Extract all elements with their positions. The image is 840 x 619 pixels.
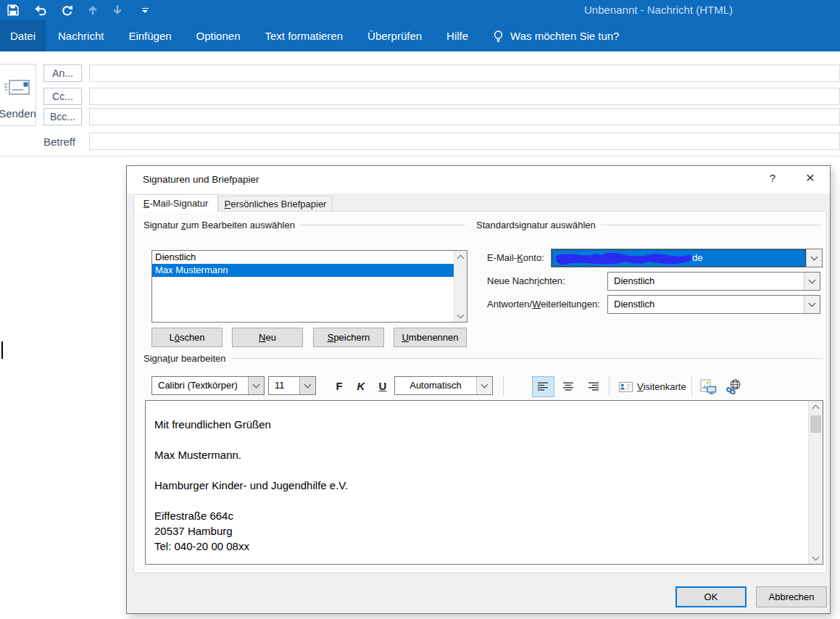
signature-list[interactable]: Dienstlich Max Mustermann [151, 250, 467, 323]
redo-icon[interactable] [59, 3, 74, 17]
signature-line: Eiffestraße 664c [154, 508, 805, 523]
bcc-field[interactable] [89, 108, 840, 125]
signature-line: Max Mustermann. [154, 447, 805, 462]
signature-line [154, 493, 805, 508]
chevron-down-icon[interactable] [299, 377, 315, 394]
font-size-select[interactable]: 11 [268, 376, 316, 395]
customize-quick-access-toolbar-icon[interactable] [138, 3, 152, 17]
send-label: Senden [0, 107, 36, 120]
cancel-button[interactable]: Abbrechen [756, 586, 827, 607]
font-color-select[interactable]: Automatisch [394, 376, 493, 395]
signature-line [154, 462, 805, 478]
replies-forwards-select[interactable]: Dienstlich [607, 295, 820, 314]
scroll-down-icon[interactable] [454, 310, 467, 322]
redaction-scribble [554, 251, 707, 267]
scroll-up-icon[interactable] [809, 401, 823, 413]
tab-optionen[interactable]: Optionen [184, 20, 253, 51]
help-button[interactable]: ? [763, 172, 782, 188]
scroll-down-icon[interactable] [809, 552, 823, 564]
signature-line: 20537 Hamburg [154, 523, 805, 539]
email-account-select[interactable]: de [551, 249, 823, 267]
dialog-title-bar[interactable]: Signaturen und Briefpapier ? × [127, 166, 830, 194]
font-color-value: Automatisch [395, 377, 476, 394]
align-left-icon[interactable] [532, 376, 554, 397]
bold-button[interactable]: F [330, 376, 349, 395]
edit-signature-section-label: Signatur bearbeiten [144, 353, 823, 364]
separator [609, 375, 610, 396]
underline-button[interactable]: U [373, 376, 392, 395]
new-button[interactable]: Neu [232, 328, 303, 347]
scrollbar-thumb[interactable] [810, 415, 821, 433]
tab-nachricht[interactable]: Nachricht [46, 20, 116, 51]
list-scrollbar[interactable] [454, 251, 467, 322]
editor-scrollbar[interactable] [808, 401, 823, 564]
chevron-down-icon[interactable] [806, 249, 822, 267]
list-item[interactable]: Dienstlich [152, 251, 454, 264]
tab-ueberpruefen[interactable]: Überprüfen [355, 20, 434, 51]
font-select[interactable]: Calibri (Textkörper) [151, 376, 265, 395]
ok-button[interactable]: OK [675, 586, 747, 607]
scroll-up-icon[interactable] [454, 251, 467, 263]
signature-line: Mit freundlichen Grüßen [154, 417, 805, 432]
insert-picture-icon[interactable] [697, 376, 719, 397]
chevron-down-icon[interactable] [804, 296, 820, 313]
chevron-down-icon[interactable] [804, 273, 820, 290]
text-caret [1, 341, 3, 359]
italic-button[interactable]: K [352, 376, 370, 395]
subject-field[interactable] [89, 133, 840, 150]
signature-editor[interactable]: Mit freundlichen Grüßen Max Mustermann. … [145, 400, 823, 565]
align-right-icon[interactable] [582, 376, 604, 397]
business-card-button[interactable]: Visitenkarte [615, 376, 691, 397]
tab-datei[interactable]: Datei [0, 20, 46, 51]
rename-button[interactable]: Umbenennen [394, 328, 467, 347]
signature-line [154, 432, 805, 447]
dialog-title: Signaturen und Briefpapier [143, 174, 259, 185]
email-account-value: de [552, 249, 806, 267]
window-title: Unbenannt - Nachricht (HTML) [584, 4, 733, 16]
new-messages-label: Neue Nachrichten: [487, 275, 565, 286]
save-button[interactable]: Speichern [313, 328, 384, 347]
separator [503, 375, 504, 396]
tell-me-label: Was möchten Sie tun? [510, 30, 619, 42]
tell-me-box[interactable]: Was möchten Sie tun? [485, 20, 626, 51]
save-icon[interactable] [6, 3, 20, 17]
tab-hilfe[interactable]: Hilfe [434, 20, 481, 51]
email-account-label: E-Mail-Konto: [487, 252, 544, 263]
previous-item-icon[interactable] [86, 3, 100, 17]
font-value: Calibri (Textkörper) [152, 377, 248, 394]
list-item-selected[interactable]: Max Mustermann [152, 264, 454, 277]
ribbon-tab-bar: Datei Nachricht Einfügen Optionen Text f… [0, 20, 840, 51]
to-button[interactable]: An... [43, 65, 82, 82]
lightbulb-icon [492, 30, 504, 43]
undo-icon[interactable] [33, 3, 47, 17]
compose-header: Senden An... Cc... Bcc... Betreff [0, 51, 840, 157]
default-signature-section-label: Standardsignatur auswählen [476, 220, 823, 230]
font-size-value: 11 [269, 377, 299, 394]
cc-field[interactable] [89, 88, 840, 105]
replies-forwards-label: Antworten/Weiterleitungen: [487, 299, 600, 310]
next-item-icon[interactable] [110, 3, 125, 17]
subject-label: Betreff [43, 136, 75, 148]
new-messages-value: Dienstlich [608, 273, 804, 290]
cc-button[interactable]: Cc... [43, 88, 82, 105]
signature-text: Mit freundlichen Grüßen Max Mustermann. … [154, 417, 805, 554]
to-field[interactable] [89, 65, 840, 82]
email-signature-tab-panel: Signatur zum Bearbeiten auswählen Standa… [133, 211, 827, 573]
tab-email-signature[interactable]: E-Mail-Signatur [133, 194, 218, 212]
send-button[interactable]: Senden [0, 64, 36, 126]
align-center-icon[interactable] [557, 376, 580, 397]
bcc-button[interactable]: Bcc... [43, 108, 82, 125]
tab-einfuegen[interactable]: Einfügen [116, 20, 183, 51]
delete-button[interactable]: Löschen [151, 328, 223, 347]
replies-forwards-value: Dienstlich [608, 296, 804, 313]
close-icon[interactable]: × [799, 169, 821, 189]
select-signature-section-label: Signatur zum Bearbeiten auswählen [144, 220, 465, 230]
chevron-down-icon[interactable] [476, 377, 492, 394]
tab-personal-stationery[interactable]: Persönliches Briefpapier [218, 196, 333, 212]
new-messages-select[interactable]: Dienstlich [607, 272, 820, 291]
envelope-icon [4, 78, 31, 101]
insert-hyperlink-icon[interactable] [723, 376, 744, 397]
chevron-down-icon[interactable] [248, 377, 264, 394]
signature-line: Tel: 040-20 00 08xx [154, 539, 805, 554]
tab-text-formatieren[interactable]: Text formatieren [253, 20, 356, 51]
